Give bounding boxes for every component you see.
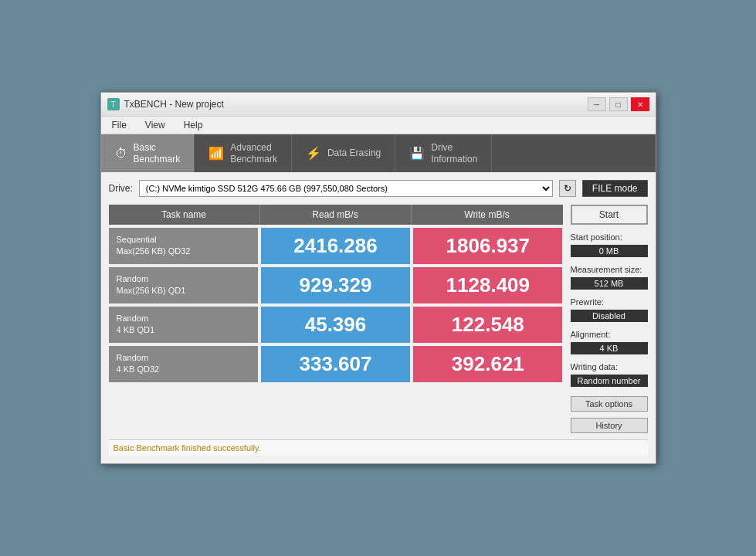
write-cell-1: 1128.409 — [413, 267, 562, 303]
read-cell-0: 2416.286 — [261, 228, 410, 264]
task-cell-2: Random4 KB QD1 — [109, 307, 258, 343]
tab-advanced-benchmark[interactable]: 📶 AdvancedBenchmark — [195, 134, 292, 172]
drive-refresh-button[interactable]: ↻ — [559, 180, 576, 197]
task-name-0: SequentialMax(256 KB) QD32 — [117, 234, 191, 258]
task-name-1: RandomMax(256 KB) QD1 — [117, 273, 186, 297]
advanced-benchmark-icon: 📶 — [208, 146, 224, 161]
task-name-2: Random4 KB QD1 — [117, 313, 155, 337]
table-header: Task name Read mB/s Write mB/s — [109, 205, 563, 225]
start-position-value[interactable]: 0 MB — [571, 245, 648, 257]
menu-bar: File View Help — [101, 117, 656, 134]
alignment-label: Alignment: — [571, 330, 648, 339]
data-erasing-icon: ⚡ — [306, 146, 321, 161]
tab-bar: ⏱ BasicBenchmark 📶 AdvancedBenchmark ⚡ D… — [101, 134, 656, 172]
maximize-button[interactable]: □ — [609, 97, 628, 111]
start-position-label: Start position: — [571, 232, 648, 242]
tab-drive-information[interactable]: 💾 DriveInformation — [395, 134, 492, 172]
basic-benchmark-icon: ⏱ — [115, 147, 127, 161]
writing-data-label: Writing data: — [571, 362, 648, 371]
bench-row-2: Random4 KB QD1 45.396 122.548 — [109, 307, 563, 343]
bench-row-0: SequentialMax(256 KB) QD32 2416.286 1806… — [109, 228, 563, 264]
task-options-button[interactable]: Task options — [571, 396, 648, 412]
task-cell-0: SequentialMax(256 KB) QD32 — [109, 228, 258, 264]
history-button[interactable]: History — [571, 418, 648, 433]
close-button[interactable]: ✕ — [631, 97, 649, 111]
read-cell-3: 333.607 — [261, 346, 410, 382]
tab-basic-benchmark[interactable]: ⏱ BasicBenchmark — [101, 134, 195, 172]
task-name-3: Random4 KB QD32 — [117, 352, 160, 376]
app-icon: T — [107, 98, 120, 110]
title-controls: ─ □ ✕ — [588, 97, 649, 111]
main-content: Task name Read mB/s Write mB/s Sequentia… — [109, 205, 648, 433]
app-window: T TxBENCH - New project ─ □ ✕ File View … — [100, 92, 656, 464]
col-header-read: Read mB/s — [260, 205, 412, 225]
drive-row: Drive: (C:) NVMe kimtigo SSD 512G 475.66… — [109, 180, 648, 197]
alignment-value[interactable]: 4 KB — [571, 342, 648, 354]
title-bar-left: T TxBENCH - New project — [107, 98, 224, 110]
title-bar: T TxBENCH - New project ─ □ ✕ — [101, 93, 656, 117]
minimize-button[interactable]: ─ — [588, 97, 606, 111]
prewrite-label: Prewrite: — [571, 297, 648, 307]
bench-row-3: Random4 KB QD32 333.607 392.621 — [109, 346, 563, 382]
tab-advanced-label: AdvancedBenchmark — [230, 142, 277, 164]
bench-row-1: RandomMax(256 KB) QD1 929.329 1128.409 — [109, 267, 563, 303]
start-button[interactable]: Start — [571, 205, 648, 225]
content-area: Drive: (C:) NVMe kimtigo SSD 512G 475.66… — [101, 172, 656, 463]
menu-help[interactable]: Help — [179, 118, 208, 132]
status-bar: Basic Benchmark finished successfully. — [109, 439, 648, 456]
tab-erase-label: Data Erasing — [327, 147, 381, 158]
tab-basic-label: BasicBenchmark — [134, 142, 181, 164]
measurement-size-value[interactable]: 512 MB — [571, 277, 648, 290]
tab-data-erasing[interactable]: ⚡ Data Erasing — [292, 134, 395, 172]
drive-select[interactable]: (C:) NVMe kimtigo SSD 512G 475.66 GB (99… — [139, 180, 553, 197]
col-header-write: Write mB/s — [412, 205, 563, 225]
read-cell-1: 929.329 — [261, 267, 410, 303]
task-cell-3: Random4 KB QD32 — [109, 346, 258, 382]
write-cell-3: 392.621 — [413, 346, 562, 382]
menu-file[interactable]: File — [107, 118, 131, 132]
tab-drive-label: DriveInformation — [431, 142, 477, 164]
menu-view[interactable]: View — [141, 118, 170, 132]
benchmark-table: Task name Read mB/s Write mB/s Sequentia… — [109, 205, 563, 433]
prewrite-value[interactable]: Disabled — [571, 310, 648, 322]
task-cell-1: RandomMax(256 KB) QD1 — [109, 267, 258, 303]
file-mode-button[interactable]: FILE mode — [582, 180, 648, 197]
status-message: Basic Benchmark finished successfully. — [114, 443, 261, 453]
drive-info-icon: 💾 — [409, 146, 425, 161]
sidebar: Start Start position: 0 MB Measurement s… — [571, 205, 648, 433]
read-cell-2: 45.396 — [261, 307, 410, 343]
col-header-task: Task name — [109, 205, 260, 225]
measurement-size-label: Measurement size: — [571, 265, 648, 274]
write-cell-2: 122.548 — [413, 307, 562, 343]
drive-label: Drive: — [109, 183, 133, 194]
writing-data-value[interactable]: Random number — [571, 375, 648, 387]
window-title: TxBENCH - New project — [124, 99, 224, 110]
write-cell-0: 1806.937 — [413, 228, 562, 264]
